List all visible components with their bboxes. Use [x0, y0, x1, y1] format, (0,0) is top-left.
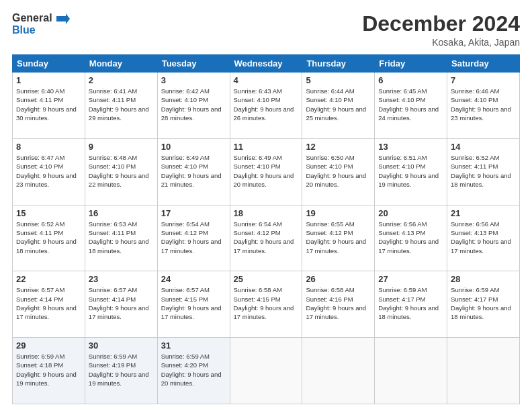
sunrise-label: Sunrise: 6:52 AM	[451, 153, 516, 162]
cell-info: Sunrise: 6:42 AM Sunset: 4:10 PM Dayligh…	[161, 87, 226, 122]
sunset-label: Sunset: 4:12 PM	[306, 228, 371, 237]
daylight-label: Daylight: 9 hours and 19 minutes.	[89, 370, 154, 388]
sunrise-label: Sunrise: 6:59 AM	[16, 352, 81, 361]
daylight-label: Daylight: 9 hours and 17 minutes.	[161, 237, 226, 255]
sunrise-label: Sunrise: 6:57 AM	[161, 285, 226, 294]
location: Kosaka, Akita, Japan	[362, 37, 520, 48]
sunset-label: Sunset: 4:17 PM	[378, 295, 443, 304]
day-cell-31: 31 Sunrise: 6:59 AM Sunset: 4:20 PM Dayl…	[157, 338, 230, 404]
sunrise-label: Sunrise: 6:59 AM	[161, 352, 226, 361]
cell-info: Sunrise: 6:59 AM Sunset: 4:17 PM Dayligh…	[378, 285, 443, 321]
cell-info: Sunrise: 6:59 AM Sunset: 4:20 PM Dayligh…	[161, 352, 226, 387]
sunset-label: Sunset: 4:18 PM	[16, 361, 81, 369]
empty-cell	[375, 338, 447, 404]
cell-info: Sunrise: 6:57 AM Sunset: 4:14 PM Dayligh…	[16, 285, 81, 321]
day-number: 14	[451, 142, 516, 152]
cell-info: Sunrise: 6:59 AM Sunset: 4:18 PM Dayligh…	[16, 352, 81, 387]
day-number: 18	[234, 208, 299, 218]
daylight-label: Daylight: 9 hours and 19 minutes.	[16, 370, 81, 388]
sunset-label: Sunset: 4:11 PM	[89, 95, 154, 104]
daylight-label: Daylight: 9 hours and 30 minutes.	[16, 105, 81, 123]
daylight-label: Daylight: 9 hours and 29 minutes.	[89, 105, 154, 123]
day-number: 15	[16, 208, 81, 218]
cell-info: Sunrise: 6:57 AM Sunset: 4:14 PM Dayligh…	[89, 285, 154, 321]
title-block: December 2024 Kosaka, Akita, Japan	[362, 12, 520, 48]
cell-info: Sunrise: 6:44 AM Sunset: 4:10 PM Dayligh…	[306, 87, 371, 122]
day-cell-22: 22 Sunrise: 6:57 AM Sunset: 4:14 PM Dayl…	[13, 271, 85, 338]
sunrise-label: Sunrise: 6:54 AM	[161, 220, 226, 228]
day-cell-26: 26 Sunrise: 6:58 AM Sunset: 4:16 PM Dayl…	[302, 271, 375, 338]
sunset-label: Sunset: 4:20 PM	[161, 361, 226, 369]
sunrise-label: Sunrise: 6:57 AM	[16, 285, 81, 294]
cell-info: Sunrise: 6:57 AM Sunset: 4:15 PM Dayligh…	[161, 285, 226, 321]
day-number: 4	[234, 75, 299, 85]
col-wednesday: Wednesday	[230, 55, 302, 73]
day-number: 19	[306, 208, 371, 218]
sunset-label: Sunset: 4:15 PM	[161, 295, 226, 304]
day-number: 12	[306, 142, 371, 152]
daylight-label: Daylight: 9 hours and 17 minutes.	[161, 304, 226, 322]
day-number: 22	[16, 274, 81, 284]
sunrise-label: Sunrise: 6:46 AM	[451, 87, 516, 95]
daylight-label: Daylight: 9 hours and 17 minutes.	[89, 304, 154, 322]
day-number: 8	[16, 142, 81, 152]
daylight-label: Daylight: 9 hours and 17 minutes.	[306, 237, 371, 255]
day-cell-3: 3 Sunrise: 6:42 AM Sunset: 4:10 PM Dayli…	[157, 73, 230, 139]
sunset-label: Sunset: 4:11 PM	[16, 228, 81, 237]
sunset-label: Sunset: 4:11 PM	[451, 162, 516, 171]
cell-info: Sunrise: 6:56 AM Sunset: 4:13 PM Dayligh…	[451, 220, 516, 255]
sunset-label: Sunset: 4:14 PM	[16, 295, 81, 304]
day-cell-6: 6 Sunrise: 6:45 AM Sunset: 4:10 PM Dayli…	[375, 73, 447, 139]
sunrise-label: Sunrise: 6:56 AM	[378, 220, 443, 228]
empty-cell	[302, 338, 375, 404]
col-thursday: Thursday	[302, 55, 375, 73]
sunrise-label: Sunrise: 6:50 AM	[306, 153, 371, 162]
sunrise-label: Sunrise: 6:47 AM	[16, 153, 81, 162]
sunset-label: Sunset: 4:10 PM	[16, 162, 81, 171]
sunrise-label: Sunrise: 6:43 AM	[234, 87, 299, 95]
col-tuesday: Tuesday	[157, 55, 230, 73]
day-cell-13: 13 Sunrise: 6:51 AM Sunset: 4:10 PM Dayl…	[375, 138, 447, 205]
day-number: 7	[451, 75, 516, 85]
daylight-label: Daylight: 9 hours and 20 minutes.	[234, 171, 299, 189]
col-monday: Monday	[85, 55, 157, 73]
daylight-label: Daylight: 9 hours and 25 minutes.	[306, 105, 371, 123]
sunrise-label: Sunrise: 6:41 AM	[89, 87, 154, 95]
daylight-label: Daylight: 9 hours and 22 minutes.	[89, 171, 154, 189]
sunrise-label: Sunrise: 6:42 AM	[161, 87, 226, 95]
day-number: 21	[451, 208, 516, 218]
day-number: 24	[161, 274, 226, 284]
daylight-label: Daylight: 9 hours and 20 minutes.	[306, 171, 371, 189]
daylight-label: Daylight: 9 hours and 18 minutes.	[89, 237, 154, 255]
sunset-label: Sunset: 4:10 PM	[89, 162, 154, 171]
sunrise-label: Sunrise: 6:51 AM	[378, 153, 443, 162]
day-number: 11	[234, 142, 299, 152]
daylight-label: Daylight: 9 hours and 17 minutes.	[234, 237, 299, 255]
sunrise-label: Sunrise: 6:44 AM	[306, 87, 371, 95]
sunrise-label: Sunrise: 6:56 AM	[451, 220, 516, 228]
daylight-label: Daylight: 9 hours and 18 minutes.	[451, 171, 516, 189]
day-cell-19: 19 Sunrise: 6:55 AM Sunset: 4:12 PM Dayl…	[302, 205, 375, 271]
day-cell-14: 14 Sunrise: 6:52 AM Sunset: 4:11 PM Dayl…	[447, 138, 520, 205]
day-number: 17	[161, 208, 226, 218]
sunset-label: Sunset: 4:10 PM	[234, 95, 299, 104]
sunset-label: Sunset: 4:15 PM	[234, 295, 299, 304]
sunrise-label: Sunrise: 6:49 AM	[161, 153, 226, 162]
cell-info: Sunrise: 6:52 AM Sunset: 4:11 PM Dayligh…	[16, 220, 81, 255]
sunset-label: Sunset: 4:12 PM	[161, 228, 226, 237]
day-number: 26	[306, 274, 371, 284]
sunrise-label: Sunrise: 6:45 AM	[378, 87, 443, 95]
sunset-label: Sunset: 4:11 PM	[89, 228, 154, 237]
day-cell-15: 15 Sunrise: 6:52 AM Sunset: 4:11 PM Dayl…	[13, 205, 85, 271]
header: General Blue December 2024 Kosaka, Akita…	[12, 12, 520, 48]
day-number: 27	[378, 274, 443, 284]
sunset-label: Sunset: 4:13 PM	[451, 228, 516, 237]
cell-info: Sunrise: 6:50 AM Sunset: 4:10 PM Dayligh…	[306, 153, 371, 189]
col-friday: Friday	[375, 55, 447, 73]
day-number: 6	[378, 75, 443, 85]
sunset-label: Sunset: 4:10 PM	[161, 95, 226, 104]
day-cell-28: 28 Sunrise: 6:59 AM Sunset: 4:17 PM Dayl…	[447, 271, 520, 338]
day-cell-24: 24 Sunrise: 6:57 AM Sunset: 4:15 PM Dayl…	[157, 271, 230, 338]
day-number: 3	[161, 75, 226, 85]
day-number: 2	[89, 75, 154, 85]
